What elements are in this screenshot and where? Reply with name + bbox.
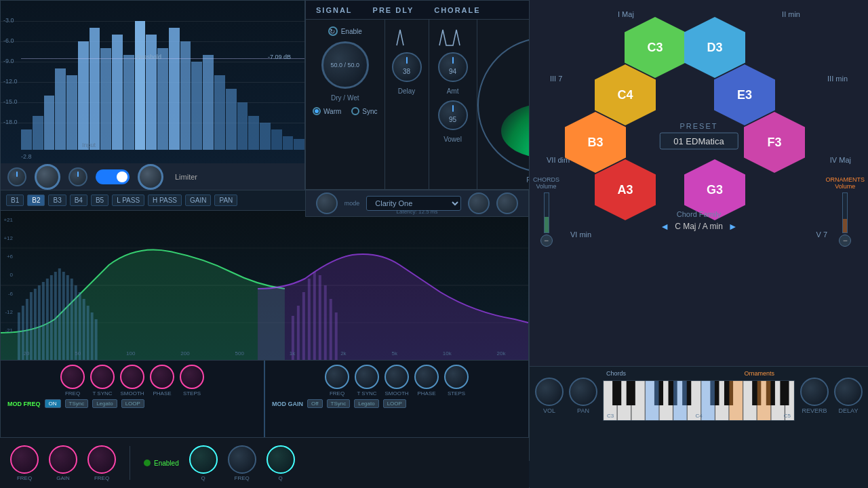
mod-freq-legato-btn[interactable]: Legato [92,399,117,408]
limiter-toggle[interactable] [96,169,130,184]
svg-rect-46 [54,272,57,360]
limiter-knob-1[interactable] [7,167,26,186]
preset-bar: mode Clarity One Latency: 12.5 ms [305,190,529,217]
delay-bottom-label: DELAY [839,407,859,414]
mod-gain-phase-group: PHASE [414,365,439,396]
bb-freq-label: FREQ [17,475,32,481]
eq-band-b4[interactable]: B4 [70,195,87,206]
db-bottom-label: -2.8 [21,153,32,160]
corner-ii-min: II min [782,10,800,18]
mod-freq-phase-knob[interactable] [150,365,174,389]
mod-gain-steps-group: STEPS [444,365,469,396]
grid-label-6: -18.0 [3,119,18,125]
eq-band-pan[interactable]: PAN [214,195,237,206]
eq-band-gain[interactable]: GAIN [185,195,211,206]
pan-knob[interactable] [569,378,597,406]
limiter-knob-4[interactable] [138,164,163,190]
mod-gain-phase-label: PHASE [417,390,435,396]
svg-rect-28 [780,381,789,405]
eq-band-b2[interactable]: B2 [27,195,45,206]
reverb-group: REVERB [800,378,829,414]
svg-rect-48 [62,272,65,360]
mod-gain-tsync-knob[interactable] [355,365,379,389]
predly-delay-knob[interactable]: 38 [392,52,422,82]
corner-iii-min: III min [827,75,848,83]
mod-gain-steps-label: STEPS [448,390,465,396]
mod-freq-smooth-knob[interactable] [120,365,144,389]
latency-text: Latency: 12.5 ms [397,209,438,215]
mod-freq-steps-knob[interactable] [180,365,204,389]
enable-button[interactable]: ↻ Enable [328,26,362,36]
dry-wet-knob[interactable]: 50.0 / 50.0 [321,41,369,89]
mod-freq-smooth-label: SMOOTH [120,390,144,396]
piano-c5-label: C5 [784,413,791,419]
bb-q2-knob[interactable] [267,445,295,474]
eq-band-b3[interactable]: B3 [48,195,66,206]
bb-freq2-knob[interactable] [87,445,116,474]
bb-freq3-knob[interactable] [228,445,256,474]
limiter-knob-2[interactable] [35,164,60,190]
warm-sync-group: Warm Sync [313,107,378,115]
mod-gain-legato-btn[interactable]: Legato [354,399,378,408]
preset-knob-right-2[interactable] [496,192,518,214]
chord-plugin-panel: I Maj II min III 7 III min VII dim IV Ma… [529,0,868,488]
mod-gain-off[interactable]: Off [307,399,323,408]
bb-gain-knob[interactable] [49,445,77,474]
mod-gain-smooth-knob[interactable] [384,365,409,389]
bb-q2-label: Q [279,475,283,481]
grid-label-4: -12.0 [3,78,18,85]
svg-rect-47 [58,268,61,360]
mod-freq-phase-group: PHASE [150,365,174,396]
preset-name-button[interactable]: 01 EDMatica [659,133,738,150]
mod-freq-tsync-knob[interactable] [90,365,115,389]
vol-knob[interactable] [535,378,564,406]
ornaments-vol-minus[interactable]: − [839,235,851,247]
mod-gain-phase-knob[interactable] [414,365,439,389]
eq-band-hpass[interactable]: H PASS [148,195,182,206]
bb-freq-knob[interactable] [10,445,39,474]
vol-label: VOL [543,407,555,414]
mod-gain-steps-knob[interactable] [444,365,469,389]
pan-group: PAN [569,378,597,414]
chord-family-next[interactable]: ► [728,221,738,232]
mod-freq-freq-knob[interactable] [60,365,85,389]
mod-gain-freq-knob[interactable] [325,365,349,389]
svg-rect-60 [308,279,311,360]
chord-family-prev[interactable]: ◄ [660,221,669,232]
hex-g3-note: G3 [707,184,723,196]
predly-panel: 38 Delay [385,20,429,190]
reverb-knob[interactable] [800,378,829,406]
eq-band-b5[interactable]: B5 [91,195,108,206]
mod-freq-on[interactable]: ON [45,399,61,408]
delay-knob[interactable] [834,378,863,406]
mod-freq-phase-label: PHASE [153,390,171,396]
svg-rect-43 [42,282,45,360]
limiter-knob-3[interactable] [68,167,87,186]
eq-band-lpass[interactable]: L PASS [112,195,144,206]
svg-rect-49 [66,275,69,360]
sync-radio[interactable]: Sync [351,107,377,115]
svg-rect-40 [30,292,33,360]
grid-label-1: -3.0 [3,17,14,24]
chords-kbd-label: Chords [606,370,626,377]
mod-gain-loop-btn[interactable]: LOOP [383,399,406,408]
bb-q-knob[interactable] [189,445,218,474]
chorale-vowel-knob[interactable]: 95 [438,100,468,130]
warm-radio[interactable]: Warm [313,107,341,115]
svg-rect-50 [71,279,73,360]
eq-band-b1[interactable]: B1 [6,195,24,206]
piano-keys[interactable]: C3 C4 C5 [603,380,795,421]
hex-c3-note: C3 [647,41,663,54]
svg-rect-20 [627,381,635,405]
preset-knob-right-1[interactable] [468,192,490,214]
eq-curve-svg [1,211,528,360]
warm-radio-dot [313,107,321,115]
chorale-amt-knob[interactable]: 94 [438,52,468,82]
chords-vol-minus[interactable]: − [540,235,553,247]
mod-freq-tsync-btn[interactable]: TSync [65,399,89,408]
mod-freq-loop-btn[interactable]: LOOP [121,399,144,408]
preset-knob-left[interactable] [316,192,338,214]
dry-wet-value: 50.0 / 50.0 [330,62,359,68]
mod-gain-tsync-btn[interactable]: TSync [327,399,351,408]
svg-rect-42 [38,285,41,360]
